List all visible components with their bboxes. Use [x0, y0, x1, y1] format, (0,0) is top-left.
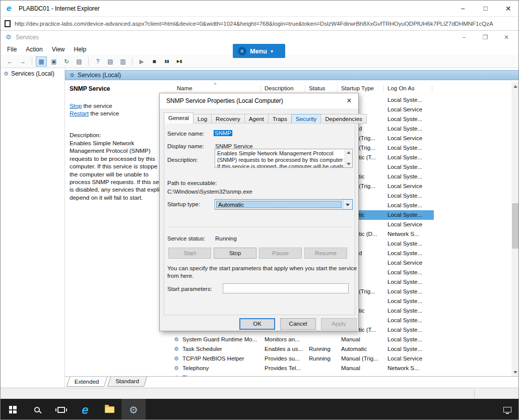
- stop-service-link[interactable]: Stop: [70, 102, 82, 109]
- detail-service-title: SNMP Service: [70, 85, 110, 92]
- export-list-icon[interactable]: ▤: [74, 56, 85, 67]
- description-scrollbar[interactable]: [345, 149, 352, 167]
- service-row[interactable]: ⚙TCP/IP NetBIOS HelperProvides su...Runn…: [172, 354, 434, 364]
- start-button-taskbar[interactable]: [1, 399, 25, 420]
- tab-traps[interactable]: Traps: [268, 114, 292, 124]
- menu-file[interactable]: File: [3, 44, 21, 55]
- resume-button[interactable]: Resume: [304, 248, 347, 259]
- window-list-icon[interactable]: ▤: [105, 56, 116, 67]
- scroll-up-icon[interactable]: [511, 82, 519, 90]
- ie-icon: e: [82, 404, 88, 416]
- forward-icon[interactable]: →: [17, 56, 28, 67]
- menu-action[interactable]: Action: [21, 44, 47, 55]
- cell-description: Provides su...: [265, 354, 306, 364]
- console-tree-icon[interactable]: ▦: [36, 56, 47, 67]
- service-name-value[interactable]: SNMP: [214, 130, 232, 136]
- desc-scroll-up-icon[interactable]: [345, 149, 352, 156]
- ie-taskbar-button[interactable]: e: [73, 399, 97, 420]
- combo-dropdown-button[interactable]: [343, 200, 352, 209]
- service-row[interactable]: ⚙System Guard Runtime Mo...Monitors an..…: [172, 335, 434, 344]
- url-text[interactable]: http://dev.practice-labs.com/device-adva…: [15, 17, 514, 31]
- column-header-log-on-as[interactable]: Log On As: [387, 85, 415, 91]
- cell-log-on-as: Local Syste...: [387, 287, 433, 296]
- service-row[interactable]: ⚙TelephonyProvides Tel...ManualNetwork S…: [172, 364, 434, 373]
- ok-button[interactable]: OK: [239, 318, 275, 330]
- help-icon[interactable]: ?: [92, 56, 103, 67]
- pause-button[interactable]: Pause: [259, 248, 302, 259]
- menu-view[interactable]: View: [47, 44, 70, 55]
- back-icon[interactable]: ←: [5, 56, 16, 67]
- column-header-description[interactable]: Description: [265, 85, 294, 91]
- cell-log-on-as: Local Service: [387, 134, 433, 143]
- tab-agent[interactable]: Agent: [244, 114, 269, 124]
- network-tray-button[interactable]: [495, 399, 519, 420]
- task-view-button[interactable]: [49, 399, 73, 420]
- restart-service-icon[interactable]: ▶▮: [174, 56, 185, 67]
- tab-recovery[interactable]: Recovery: [211, 114, 245, 124]
- restart-service-link[interactable]: Restart: [70, 110, 89, 117]
- services-restore-button[interactable]: ❐: [475, 31, 495, 44]
- column-header-status[interactable]: Status: [309, 85, 326, 91]
- window-list-alt-icon[interactable]: ▥: [117, 56, 128, 67]
- menu-button[interactable]: ≡ Menu ▾: [233, 44, 285, 58]
- menu-button-icon: ≡: [238, 47, 246, 55]
- scroll-down-icon[interactable]: [511, 368, 519, 376]
- menu-help[interactable]: Help: [70, 44, 91, 55]
- cell-log-on-as: Local Syste...: [387, 143, 433, 153]
- cell-startup-type-fragment: d: [359, 249, 385, 258]
- cell-startup-type: Automatic: [341, 344, 384, 354]
- apply-button[interactable]: Apply: [321, 318, 357, 330]
- network-icon: [503, 407, 511, 412]
- pause-service-icon[interactable]: ▮▮: [161, 56, 172, 67]
- cell-log-on-as: Local Service: [387, 182, 433, 191]
- tab-dependencies[interactable]: Dependencies: [320, 114, 367, 124]
- refresh-icon[interactable]: ↻: [61, 56, 72, 67]
- column-header-startup-type[interactable]: Startup Type: [341, 85, 374, 91]
- start-parameters-label: Start parameters:: [167, 286, 212, 292]
- dialog-close-button[interactable]: ✕: [340, 93, 358, 108]
- tab-general[interactable]: General: [164, 112, 193, 124]
- view-tab-standard[interactable]: Standard: [107, 377, 147, 387]
- startup-type-combobox[interactable]: Automatic: [215, 199, 353, 210]
- search-button[interactable]: [25, 399, 49, 420]
- services-minimize-button[interactable]: –: [454, 31, 474, 44]
- task-view-icon: [57, 407, 65, 413]
- browser-maximize-button[interactable]: □: [474, 1, 497, 17]
- cancel-button[interactable]: Cancel: [280, 318, 316, 330]
- properties-icon[interactable]: ▣: [48, 56, 59, 67]
- start-service-icon[interactable]: ▶: [136, 56, 147, 67]
- services-taskbar-button[interactable]: ⚙: [121, 399, 146, 420]
- service-row[interactable]: ⚙Task SchedulerEnables a us...RunningAut…: [172, 344, 434, 354]
- column-header-name[interactable]: Name: [177, 85, 192, 91]
- desc-scroll-down-icon[interactable]: [345, 161, 352, 167]
- cell-log-on-as: Network S...: [387, 364, 433, 373]
- tab-security[interactable]: Security: [291, 114, 321, 124]
- divider: [167, 227, 352, 228]
- stop-button[interactable]: Stop: [214, 248, 256, 259]
- tab-log-on[interactable]: Log On: [193, 114, 212, 124]
- menu-button-label: Menu: [250, 47, 267, 55]
- folder-icon: [105, 406, 114, 413]
- detail-description-text: Enables Simple NetworkManagement Protoco…: [70, 140, 171, 202]
- cell-startup-type-fragment: d: [359, 124, 385, 134]
- view-tab-extended[interactable]: Extended: [67, 377, 107, 387]
- cell-log-on-as: Local Syste...: [387, 153, 433, 162]
- start-parameters-input[interactable]: [223, 283, 349, 293]
- browser-close-button[interactable]: ✕: [497, 1, 519, 17]
- stop-service-icon[interactable]: ■: [149, 56, 160, 67]
- services-close-button[interactable]: ✕: [496, 31, 516, 44]
- start-button[interactable]: Start: [168, 248, 211, 259]
- service-gear-icon: ⚙: [174, 364, 181, 373]
- list-vertical-scrollbar[interactable]: [511, 82, 519, 376]
- cell-startup-type: Manual: [341, 364, 384, 373]
- scrollbar-thumb[interactable]: [512, 203, 519, 249]
- browser-minimize-button[interactable]: –: [451, 1, 474, 17]
- description-textbox[interactable]: Enables Simple Network Management Protoc…: [215, 149, 353, 168]
- console-tree-pane: ⚙ Services (Local): [1, 68, 65, 388]
- cell-name: System Guard Runtime Mo...: [182, 335, 262, 344]
- view-tabs: ExtendedStandard: [65, 376, 519, 388]
- file-explorer-button[interactable]: [97, 399, 121, 420]
- cell-description: Provides Tel...: [265, 364, 306, 373]
- tree-item-services-local[interactable]: ⚙ Services (Local): [1, 68, 64, 79]
- cell-startup-type-fragment: (Trig...: [359, 134, 385, 143]
